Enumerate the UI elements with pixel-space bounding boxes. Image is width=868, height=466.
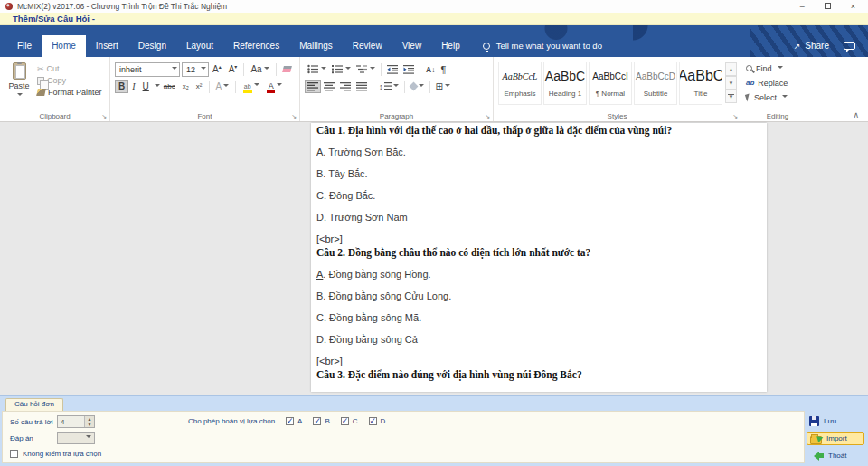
ribbon-tab-layout[interactable]: Layout [176, 35, 223, 57]
ribbon-tab-review[interactable]: Review [343, 35, 392, 57]
question-line[interactable]: Câu 2. Đồng bằng châu thổ nào có diện tí… [316, 247, 761, 259]
style-card-emphasis[interactable]: AaBbCcLEmphasis [498, 62, 542, 105]
style-name: Subtitle [635, 90, 676, 98]
permute-checkbox-c[interactable] [341, 417, 349, 425]
tell-me-box[interactable]: Tell me what you want to do [483, 34, 602, 57]
skip-check-checkbox[interactable] [10, 450, 18, 458]
option-line[interactable]: D. Đồng bằng sông Cả [316, 334, 761, 346]
bullets-button[interactable] [305, 62, 329, 76]
ribbon-tab-insert[interactable]: Insert [86, 35, 128, 57]
borders-button[interactable]: ⊞ [433, 80, 453, 93]
ribbon-tab-view[interactable]: View [392, 35, 432, 57]
replace-button[interactable]: abReplace [746, 76, 810, 90]
option-line[interactable]: B. Tây Bắc. [316, 168, 761, 180]
answers-count-spinner[interactable]: ▲▼ [57, 415, 95, 428]
ribbon-tab-references[interactable]: References [223, 35, 289, 57]
option-line[interactable]: B. Đồng bằng sông Cửu Long. [316, 290, 761, 302]
line-spacing-button[interactable]: ↕ [376, 80, 401, 93]
answers-count-input[interactable] [58, 416, 84, 427]
superscript-button[interactable]: x² [193, 81, 206, 92]
close-button[interactable]: × [851, 2, 855, 11]
clipboard-group-label: Clipboard [0, 112, 109, 120]
style-card-normal[interactable]: AaBbCcI¶ Normal [589, 62, 632, 105]
cut-button[interactable]: ✂Cut [37, 64, 102, 73]
show-marks-button[interactable]: ¶ [438, 62, 448, 77]
font-name-combo[interactable]: inherit [115, 62, 180, 77]
shading-button[interactable] [408, 81, 427, 91]
break-tag-line[interactable]: [<br>] [316, 233, 761, 245]
break-tag-line[interactable]: [<br>] [316, 356, 761, 367]
format-painter-button[interactable]: Format Painter [37, 88, 102, 97]
align-left-button[interactable] [305, 80, 321, 93]
bold-button[interactable]: B [115, 80, 128, 93]
text-effects-button[interactable]: A [212, 80, 233, 93]
exit-button[interactable]: Thoát [807, 449, 864, 462]
clipboard-dialog-launcher[interactable]: ↘ [101, 113, 107, 120]
permute-checkbox-d[interactable] [369, 417, 377, 425]
paste-button[interactable]: Paste [5, 61, 33, 109]
option-line[interactable]: D. Trường Sơn Nam [316, 212, 761, 223]
select-button[interactable]: Select [746, 90, 810, 104]
share-button[interactable]: ↗ Share [794, 41, 829, 51]
ribbon-tab-home[interactable]: Home [42, 35, 86, 57]
question-line[interactable]: Câu 1. Địa hình với địa thế cao ở hai đầ… [316, 125, 761, 137]
paragraph-dialog-launcher[interactable]: ↘ [485, 113, 490, 120]
permute-option-d: D [369, 417, 386, 425]
copy-button[interactable]: Copy [37, 76, 102, 85]
decrease-indent-icon [387, 64, 398, 74]
find-button[interactable]: Find [746, 62, 810, 75]
comment-icon[interactable] [844, 42, 855, 50]
font-size-combo[interactable]: 12 [182, 62, 209, 77]
option-line[interactable]: C. Đông Bắc. [316, 190, 761, 202]
sort-button[interactable]: A↓ [423, 63, 438, 76]
highlight-button[interactable]: ab [239, 79, 263, 95]
shrink-font-button[interactable]: A▾ [225, 62, 241, 76]
ribbon-tab-design[interactable]: Design [128, 35, 176, 57]
style-card-title[interactable]: AaBbCTitle [679, 62, 722, 105]
option-line[interactable]: C. Đồng bằng sông Mã. [316, 312, 761, 324]
change-case-button[interactable]: Aa [247, 62, 272, 76]
italic-button[interactable]: I [128, 80, 138, 93]
font-color-button[interactable]: A [263, 79, 286, 95]
increase-indent-button[interactable] [401, 62, 417, 76]
save-button[interactable]: Lưu [807, 414, 864, 428]
ribbon-tab-mailings[interactable]: Mailings [289, 35, 343, 57]
strikethrough-button[interactable]: abc [160, 81, 179, 92]
ribbon-tab-help[interactable]: Help [431, 35, 470, 57]
permute-checkbox-b[interactable] [313, 417, 321, 425]
align-right-button[interactable] [337, 80, 354, 93]
style-card-subtitle[interactable]: AaBbCcDSubtitle [634, 62, 677, 105]
minimize-button[interactable]: – [800, 2, 805, 11]
collapse-ribbon-button[interactable]: ∧ [853, 110, 859, 119]
import-button[interactable]: Import [807, 432, 864, 445]
align-center-button[interactable] [321, 80, 337, 93]
permute-checkbox-a[interactable] [286, 417, 294, 425]
justify-button[interactable] [354, 80, 370, 93]
option-letter: C [316, 190, 324, 201]
option-line[interactable]: A. Đồng bằng sông Hồng. [316, 269, 761, 281]
clear-formatting-button[interactable] [279, 62, 295, 76]
decrease-indent-button[interactable] [384, 62, 401, 76]
answer-key-label: Đáp án [10, 434, 33, 442]
numbering-button[interactable] [329, 62, 354, 76]
spinner-down-button[interactable]: ▼ [85, 422, 94, 427]
styles-scroll-up[interactable]: ▲ [725, 62, 737, 76]
menu-item-them-sua-cau-hoi[interactable]: Thêm/Sửa Câu Hỏi - [13, 14, 95, 24]
styles-dialog-launcher[interactable]: ↘ [732, 113, 738, 120]
styles-more-button[interactable]: ▼ [725, 90, 737, 103]
subscript-button[interactable]: x₂ [179, 81, 193, 92]
multilevel-list-button[interactable] [354, 62, 378, 76]
question-line[interactable]: Câu 3. Đặc điểm nào đúng với địa hình vù… [316, 369, 761, 381]
answer-key-select[interactable] [57, 432, 95, 444]
option-line[interactable]: A. Trường Sơn Bắc. [316, 147, 761, 158]
font-dialog-launcher[interactable]: ↘ [291, 113, 297, 120]
styles-scroll-down[interactable]: ▼ [725, 76, 737, 90]
tab-cau-hoi-don[interactable]: Câu hỏi đơn [5, 398, 63, 411]
permute-option-a: A [286, 417, 302, 425]
maximize-button[interactable] [825, 2, 831, 11]
style-card-heading1[interactable]: AaBbCHeading 1 [543, 62, 587, 105]
grow-font-button[interactable]: A▴ [209, 62, 225, 76]
underline-button[interactable]: U [139, 80, 153, 93]
document-page[interactable]: Câu 1. Địa hình với địa thế cao ở hai đầ… [311, 123, 767, 392]
ribbon-tab-file[interactable]: File [7, 35, 42, 57]
